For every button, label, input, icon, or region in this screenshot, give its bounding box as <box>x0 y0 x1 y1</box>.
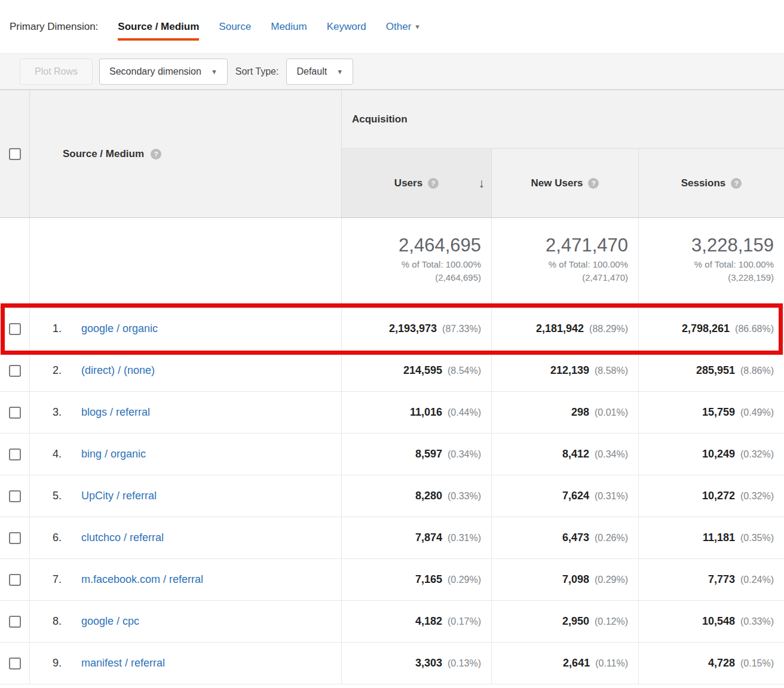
source-medium-link[interactable]: bing / organic <box>81 448 146 460</box>
totals-new-users-value: 2,471,470 <box>546 233 628 258</box>
caret-down-icon: ▼ <box>336 68 343 75</box>
row-rank: 1. <box>53 322 71 335</box>
sort-descending-icon[interactable]: ↓ <box>479 176 485 191</box>
sort-type-dropdown[interactable]: Default ▼ <box>286 59 353 85</box>
tab-keyword[interactable]: Keyword <box>327 21 366 33</box>
column-header-sessions[interactable]: Sessions ? <box>638 149 784 217</box>
source-medium-link[interactable]: clutchco / referral <box>81 532 164 544</box>
row-checkbox-cell <box>0 392 30 433</box>
help-icon[interactable]: ? <box>588 178 599 189</box>
users-percent: (0.13%) <box>448 658 481 669</box>
row-checkbox-cell <box>0 643 30 684</box>
row-new-users-cell: 298 (0.01%) <box>491 392 638 433</box>
new-users-value: 8,412 <box>562 448 589 460</box>
row-checkbox[interactable] <box>9 365 21 377</box>
table-row: 5. UpCity / referral 8,280 (0.33%) 7,624… <box>0 475 784 517</box>
table-row: 4. bing / organic 8,597 (0.34%) 8,412 (0… <box>0 434 784 475</box>
users-value: 8,280 <box>415 490 442 502</box>
sessions-value: 11,181 <box>703 532 735 544</box>
row-checkbox[interactable] <box>9 323 21 335</box>
row-sessions-cell: 7,773 (0.24%) <box>638 559 784 600</box>
secondary-dimension-label: Secondary dimension <box>109 66 201 77</box>
row-checkbox[interactable] <box>9 449 21 460</box>
row-new-users-cell: 7,098 (0.29%) <box>491 559 638 600</box>
acquisition-group-header: Acquisition <box>342 90 784 149</box>
new-users-value: 2,181,942 <box>536 322 584 335</box>
totals-sessions-pct: % of Total: 100.00% <box>694 258 774 271</box>
row-new-users-cell: 6,473 (0.26%) <box>491 517 638 558</box>
new-users-percent: (0.29%) <box>595 575 628 585</box>
sort-type-label: Sort Type: <box>235 66 279 77</box>
help-icon[interactable]: ? <box>428 178 439 189</box>
row-sessions-cell: 4,728 (0.15%) <box>638 643 784 684</box>
help-icon[interactable]: ? <box>151 149 161 159</box>
source-medium-link[interactable]: google / organic <box>81 322 158 335</box>
source-medium-link[interactable]: m.facebook.com / referral <box>81 573 203 586</box>
tab-source-medium[interactable]: Source / Medium <box>118 21 199 33</box>
row-dimension-cell: 8. google / cpc <box>30 601 342 642</box>
plot-rows-button[interactable]: Plot Rows <box>20 59 93 85</box>
row-users-cell: 3,303 (0.13%) <box>342 643 491 684</box>
column-header-new-users[interactable]: New Users ? <box>491 149 638 217</box>
secondary-dimension-dropdown[interactable]: Secondary dimension ▼ <box>99 59 228 85</box>
tab-medium[interactable]: Medium <box>271 21 307 33</box>
column-header-users[interactable]: Users ? ↓ <box>342 149 491 217</box>
source-medium-link[interactable]: (direct) / (none) <box>81 364 155 377</box>
sessions-value: 10,249 <box>702 448 735 460</box>
source-medium-link[interactable]: google / cpc <box>81 615 139 628</box>
users-percent: (8.54%) <box>448 366 481 376</box>
source-medium-link[interactable]: manifest / referral <box>81 657 165 669</box>
sessions-percent: (0.33%) <box>740 616 774 627</box>
row-dimension-cell: 9. manifest / referral <box>30 643 342 684</box>
users-percent: (0.44%) <box>448 407 481 418</box>
analytics-report: Primary Dimension: Source / Medium Sourc… <box>0 0 784 688</box>
dimension-header-cell[interactable]: Source / Medium ? <box>30 90 342 217</box>
new-users-percent: (0.01%) <box>595 407 628 418</box>
sessions-percent: (0.32%) <box>740 491 774 502</box>
table-row: 1. google / organic 2,193,973 (87.33%) 2… <box>0 308 784 350</box>
row-checkbox[interactable] <box>9 532 21 544</box>
tab-source[interactable]: Source <box>219 21 251 33</box>
tab-other[interactable]: Other ▾ <box>386 21 419 33</box>
new-users-value: 7,624 <box>562 490 589 502</box>
totals-users-paren: (2,464,695) <box>435 271 481 284</box>
new-users-value: 7,098 <box>562 573 589 586</box>
primary-dimension-label: Primary Dimension: <box>10 21 98 33</box>
row-users-cell: 2,193,973 (87.33%) <box>342 308 491 349</box>
metric-column-headers: Users ? ↓ New Users ? Sessions ? <box>342 149 784 217</box>
users-value: 214,595 <box>403 364 442 377</box>
table-row: 2. (direct) / (none) 214,595 (8.54%) 212… <box>0 350 784 392</box>
source-medium-link[interactable]: UpCity / referral <box>81 490 157 502</box>
row-checkbox[interactable] <box>9 616 21 628</box>
select-all-cell <box>0 90 30 217</box>
row-checkbox[interactable] <box>9 490 21 502</box>
sessions-percent: (0.24%) <box>740 575 774 585</box>
new-users-percent: (0.12%) <box>595 616 628 627</box>
users-value: 3,303 <box>415 657 442 669</box>
row-dimension-cell: 3. blogs / referral <box>30 392 342 433</box>
new-users-percent: (0.26%) <box>595 533 628 543</box>
chevron-down-icon: ▾ <box>415 22 419 31</box>
new-users-value: 298 <box>571 406 589 419</box>
users-value: 7,874 <box>415 532 442 544</box>
row-checkbox[interactable] <box>9 407 21 419</box>
totals-row: 2,464,695 % of Total: 100.00% (2,464,695… <box>0 218 784 308</box>
table-header: Source / Medium ? Acquisition Users ? ↓ … <box>0 90 784 218</box>
source-medium-link[interactable]: blogs / referral <box>81 406 150 419</box>
users-percent: (0.17%) <box>448 616 481 627</box>
new-users-percent: (0.11%) <box>595 658 628 669</box>
sessions-percent: (0.32%) <box>740 449 774 460</box>
users-value: 7,165 <box>415 573 442 586</box>
users-value: 2,193,973 <box>389 322 437 335</box>
row-users-cell: 11,016 (0.44%) <box>342 392 491 433</box>
row-checkbox[interactable] <box>9 658 21 669</box>
row-rank: 9. <box>53 657 71 669</box>
help-icon[interactable]: ? <box>731 178 742 189</box>
select-all-checkbox[interactable] <box>9 148 21 160</box>
totals-checkbox-cell <box>0 218 30 308</box>
row-rank: 7. <box>53 573 71 586</box>
row-checkbox[interactable] <box>9 574 21 586</box>
users-header-label: Users <box>394 177 422 189</box>
row-dimension-cell: 4. bing / organic <box>30 434 342 475</box>
sessions-percent: (8.86%) <box>740 366 774 376</box>
